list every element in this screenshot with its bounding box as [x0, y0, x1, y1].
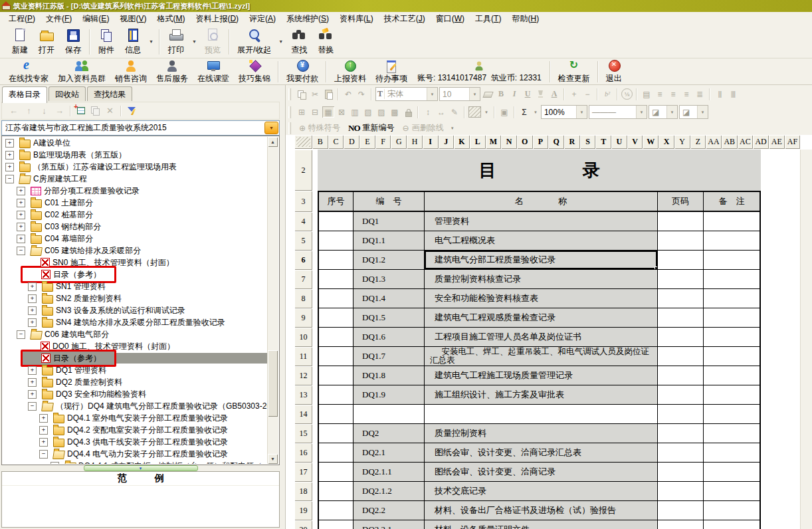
menu-item-E[interactable]: 编辑(E): [77, 12, 114, 26]
tree-item[interactable]: C房屋建筑工程: [17, 173, 90, 184]
tree-item[interactable]: C01 土建部分: [28, 197, 96, 208]
cell-note[interactable]: [704, 443, 760, 462]
cell-code[interactable]: DQ1.4: [354, 289, 425, 308]
cell-name[interactable]: 图纸会审、设计变更、洽商记录汇总表: [425, 443, 658, 462]
cell-page[interactable]: [658, 463, 704, 481]
header-note[interactable]: 备 注: [704, 192, 760, 211]
paste-icon[interactable]: [322, 88, 334, 100]
sheet-vertical-scrollbar[interactable]: [800, 150, 812, 529]
row-header-11[interactable]: 11: [294, 347, 312, 366]
row-header-19[interactable]: 19: [294, 501, 312, 520]
column-header-B[interactable]: B: [312, 135, 328, 149]
scroll-up-icon[interactable]: ▲: [268, 137, 278, 147]
cell-name[interactable]: [425, 405, 658, 423]
toolbar-button-sales[interactable]: 销售咨询: [110, 60, 152, 84]
dropdown-arrow-icon[interactable]: ▼: [189, 39, 199, 44]
tree-item[interactable]: B监理现场用表（第五版）: [17, 150, 129, 160]
column-header-R[interactable]: R: [564, 135, 580, 149]
toolbar-button-info[interactable]: 信息: [120, 27, 146, 56]
cell-page[interactable]: [658, 231, 704, 250]
cell-note[interactable]: [704, 501, 760, 520]
menu-item-J[interactable]: 技术工艺(J): [379, 12, 431, 26]
row-header-10[interactable]: 10: [294, 328, 312, 347]
vertical-text-2-icon[interactable]: ||||: [727, 88, 739, 100]
toolbar-button-find[interactable]: 查找: [286, 27, 312, 56]
size-combobox[interactable]: 10▼: [439, 87, 480, 101]
column-header-D[interactable]: D: [344, 135, 359, 149]
tree-item[interactable]: DQ4.4.1 成套配电柜、控制柜（台、箱）和配电箱（: [62, 461, 264, 464]
cell-name[interactable]: 施工组织设计、施工方案及审批表: [425, 385, 658, 404]
cell-note[interactable]: [704, 366, 760, 385]
cell-seq[interactable]: [319, 443, 354, 462]
header-seq[interactable]: 序号: [319, 192, 354, 211]
toolbar-button-print[interactable]: 打印: [163, 27, 189, 56]
cell-code[interactable]: DQ1.3: [354, 270, 425, 288]
combobox-dropdown-icon[interactable]: ▼: [666, 106, 677, 118]
splitter-handle[interactable]: ▼: [84, 465, 198, 471]
header-code[interactable]: 编 号: [354, 192, 425, 211]
cell-name[interactable]: 电气工程概况表: [425, 231, 658, 250]
cell-note[interactable]: [704, 520, 760, 529]
align-left-icon[interactable]: ≡: [654, 88, 666, 100]
cell-page[interactable]: [658, 385, 704, 404]
cell-code[interactable]: [354, 405, 425, 423]
cell-code[interactable]: DQ2.1: [354, 443, 425, 462]
protect-cell-icon[interactable]: [402, 106, 414, 118]
row-header-7[interactable]: 7: [294, 270, 312, 289]
cell-code[interactable]: DQ1.9: [354, 385, 425, 404]
cell-seq[interactable]: [319, 270, 354, 288]
cell-seq[interactable]: [319, 405, 354, 423]
toolbar-button-save[interactable]: 保存: [60, 27, 86, 56]
align-right-icon[interactable]: ≡: [680, 88, 692, 100]
fill-color-combobox[interactable]: ◪▼: [679, 105, 708, 119]
cell-name[interactable]: 建筑电气分部工程质量验收记录: [425, 251, 658, 269]
cell-seq[interactable]: [319, 308, 354, 327]
toolbar-button-after-sales[interactable]: 售后服务: [152, 60, 193, 84]
toolbar-button-upload[interactable]: 上报资料: [330, 60, 371, 84]
cell-seq[interactable]: [319, 385, 354, 404]
cell-code[interactable]: DQ1.8: [354, 366, 425, 385]
tree-item[interactable]: 分部分项工程质量验收记录: [28, 185, 142, 196]
cell-note[interactable]: [704, 251, 760, 269]
cell-note[interactable]: [704, 289, 760, 308]
expand-plus-icon[interactable]: +: [28, 282, 37, 291]
toolbar-button-tips[interactable]: 技巧集锦: [234, 60, 275, 84]
column-header-U[interactable]: U: [611, 135, 627, 149]
expand-plus-icon[interactable]: +: [28, 366, 37, 375]
dropdown-arrow-icon[interactable]: ▼: [449, 126, 457, 130]
expand-plus-icon[interactable]: +: [39, 438, 48, 447]
zoom-combobox[interactable]: 100%▼: [541, 105, 587, 119]
cell-seq[interactable]: [319, 328, 354, 346]
row-header-14[interactable]: 14: [294, 405, 312, 424]
fraction-icon[interactable]: ⅛: [621, 88, 633, 100]
insert-table-icon[interactable]: ▥: [349, 106, 361, 118]
column-header-C[interactable]: C: [328, 135, 344, 149]
combobox-dropdown-icon[interactable]: ▼: [636, 106, 647, 118]
tree-item[interactable]: A建设单位: [17, 138, 73, 148]
column-header-Y[interactable]: Y: [674, 135, 690, 149]
row-header-9[interactable]: 9: [294, 308, 312, 328]
tree-item[interactable]: SN4 建筑给水排水及采暖分部工程质量验收记录: [39, 317, 228, 328]
format-painter-icon[interactable]: ✎: [449, 106, 460, 118]
cell-page[interactable]: [658, 501, 704, 520]
tree-item[interactable]: DQ4.4 电气动力安装子分部工程质量验收记录: [51, 449, 231, 459]
cell-seq[interactable]: [319, 463, 354, 481]
cell-note[interactable]: [704, 385, 760, 404]
frame-icon[interactable]: ▣: [498, 106, 510, 118]
cell-code[interactable]: DQ1.2: [354, 251, 425, 269]
copy-icon[interactable]: [296, 88, 308, 100]
tree-vertical-scrollbar[interactable]: ▲ ▼: [267, 137, 278, 464]
cell-seq[interactable]: [319, 251, 354, 269]
format-button-special-symbol[interactable]: ⊕特殊符号: [296, 122, 344, 134]
column-header-J[interactable]: J: [439, 135, 455, 149]
expand-plus-icon[interactable]: +: [17, 187, 25, 195]
toolbar-button-preview[interactable]: 预览: [199, 27, 226, 56]
tree-item[interactable]: DQ3 安全和功能检验资料: [39, 389, 149, 399]
row-header-16[interactable]: 16: [294, 443, 312, 463]
menu-item-A[interactable]: 评定(A): [244, 12, 281, 26]
tab-回收站[interactable]: 回收站: [49, 86, 86, 101]
expand-plus-icon[interactable]: +: [17, 235, 25, 243]
toolbar-drag-handle[interactable]: [288, 88, 291, 100]
bold-icon[interactable]: B: [495, 88, 507, 100]
toolbar-button-expand-collapse[interactable]: 展开/收起: [233, 27, 276, 56]
